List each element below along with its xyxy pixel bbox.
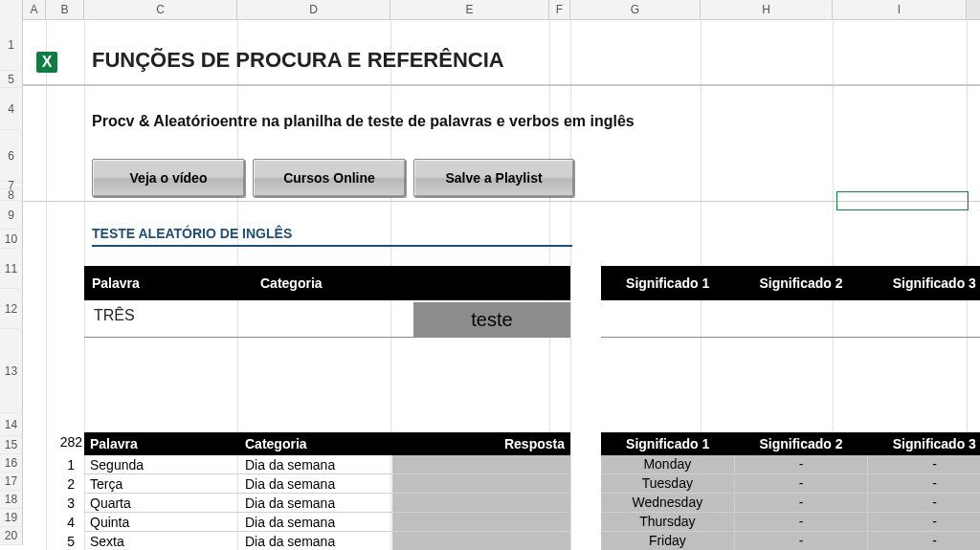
table-row[interactable]: Monday-- (601, 455, 980, 474)
table-row[interactable]: 5SextaDia da semana (84, 532, 570, 550)
divider (23, 201, 980, 202)
col-header-G[interactable]: G (570, 0, 701, 19)
cell-categoria[interactable]: Dia da semana (239, 476, 392, 492)
teste-button[interactable]: teste (413, 302, 570, 337)
page-title: FUNÇÕES DE PROCURA E REFERÊNCIA (92, 48, 504, 73)
hdr-palavra: Palavra (84, 275, 253, 291)
cell-s1[interactable]: Tuesday (601, 474, 735, 493)
cell-s3[interactable]: - (868, 532, 980, 550)
hdr-categoria: Categoria (253, 275, 421, 291)
row-header-11[interactable]: 11 (0, 249, 23, 289)
col-header-B[interactable]: B (46, 0, 84, 19)
cell-categoria[interactable]: Dia da semana (239, 534, 392, 549)
row-number: 2 (57, 476, 80, 492)
excel-x-icon: X (36, 48, 65, 77)
row-header-6[interactable]: 6 (0, 130, 23, 182)
cell-s1[interactable]: Wednesday (601, 494, 735, 512)
cell-s2[interactable]: - (735, 455, 869, 473)
col-header-H[interactable]: H (701, 0, 833, 19)
cell-s2[interactable]: - (735, 494, 869, 512)
row-header-8[interactable]: 8 (0, 189, 23, 201)
row-header-13[interactable]: 13 (0, 329, 23, 413)
test-header-right: Significado 1 Significado 2 Significado … (601, 266, 980, 300)
col-header-I[interactable]: I (833, 0, 967, 19)
cell-palavra[interactable]: Sexta (84, 534, 239, 549)
cell-palavra[interactable]: Segunda (84, 457, 239, 473)
col-header-C[interactable]: C (84, 0, 237, 19)
table-row[interactable]: 4QuintaDia da semana (84, 513, 570, 532)
col-sig3: Significado 3 (868, 436, 980, 451)
cell-s2[interactable]: - (735, 474, 869, 493)
section-title: TESTE ALEATÓRIO DE INGLÊS (92, 226, 292, 241)
cell-categoria[interactable]: Dia da semana (239, 495, 392, 511)
row-header-9[interactable]: 9 (0, 201, 23, 230)
table-row[interactable]: Wednesday-- (601, 494, 980, 513)
row-header-20[interactable]: 20 (0, 527, 23, 545)
divider (84, 337, 570, 338)
hdr-sig2: Significado 2 (734, 275, 867, 291)
video-button[interactable]: Veja o vídeo (92, 159, 245, 197)
cell-resposta[interactable] (392, 474, 570, 493)
table-row[interactable]: 3QuartaDia da semana (84, 494, 570, 513)
cell-palavra[interactable]: Quinta (84, 515, 239, 530)
cell-palavra[interactable]: Terça (84, 476, 239, 492)
cell-s1[interactable]: Monday (601, 455, 735, 473)
col-palavra: Palavra (84, 436, 239, 451)
col-header-A[interactable]: A (23, 0, 46, 19)
cell-resposta[interactable] (392, 513, 570, 531)
hdr-sig1: Significado 1 (601, 275, 734, 291)
row-header-12[interactable]: 12 (0, 289, 23, 329)
col-sig2: Significado 2 (734, 436, 867, 451)
col-header-F[interactable]: F (549, 0, 570, 19)
cell-s3[interactable]: - (868, 455, 980, 473)
row-number: 5 (57, 534, 80, 549)
row-header-15[interactable]: 15 (0, 436, 23, 454)
table-row[interactable]: Friday-- (601, 532, 980, 550)
row-number: 3 (57, 495, 80, 511)
cell-s3[interactable]: - (868, 474, 980, 493)
page-subtitle: Procv & Aleatórioentre na planilha de te… (92, 113, 635, 130)
cell-palavra[interactable]: Quarta (84, 495, 239, 511)
table-header: Significado 1 Significado 2 Significado … (601, 432, 980, 455)
row-header-16[interactable]: 16 (0, 454, 23, 473)
col-header-D[interactable]: D (237, 0, 390, 19)
row-header-14[interactable]: 14 (0, 413, 23, 436)
table-header: Palavra Categoria Resposta (84, 432, 570, 455)
table-row[interactable]: 1SegundaDia da semana (84, 455, 570, 474)
col-resposta: Resposta (406, 436, 570, 451)
col-sig1: Significado 1 (601, 436, 734, 451)
cell-s2[interactable]: - (735, 532, 869, 550)
cell-s3[interactable]: - (868, 494, 980, 512)
cell-categoria[interactable]: Dia da semana (239, 515, 392, 530)
table-row[interactable]: 2TerçaDia da semana (84, 474, 570, 494)
section-underline (92, 245, 572, 247)
row-header-1[interactable]: 1 (0, 19, 23, 71)
cursos-button[interactable]: Cursos Online (253, 159, 406, 197)
cell-s2[interactable]: - (735, 513, 869, 531)
cell-resposta[interactable] (392, 455, 570, 473)
cell-s1[interactable]: Friday (601, 532, 735, 550)
row-header-19[interactable]: 19 (0, 509, 23, 527)
playlist-button[interactable]: Salve a Playlist (413, 159, 574, 197)
svg-text:X: X (42, 54, 53, 70)
col-categoria: Categoria (239, 436, 406, 451)
row-header-4[interactable]: 4 (0, 88, 23, 130)
test-word-value: TRÊS (94, 307, 135, 324)
row-header-5[interactable]: 5 (0, 71, 23, 88)
table-row[interactable]: Tuesday-- (601, 474, 980, 494)
col-header-E[interactable]: E (390, 0, 549, 19)
divider (601, 337, 980, 338)
row-headers[interactable]: 15467891011121314151617181920 (0, 19, 23, 545)
row-header-10[interactable]: 10 (0, 230, 23, 249)
cell-resposta[interactable] (392, 494, 570, 512)
cells-area[interactable]: X FUNÇÕES DE PROCURA E REFERÊNCIA Procv … (23, 19, 980, 550)
row-header-18[interactable]: 18 (0, 491, 23, 509)
words-table: Palavra Categoria Resposta 1SegundaDia d… (84, 432, 570, 550)
cell-s1[interactable]: Thursday (601, 513, 735, 531)
row-header-17[interactable]: 17 (0, 473, 23, 491)
column-headers[interactable]: ABCDEFGHI (0, 0, 980, 20)
cell-categoria[interactable]: Dia da semana (239, 457, 392, 473)
cell-s3[interactable]: - (868, 513, 980, 531)
cell-resposta[interactable] (392, 532, 570, 550)
table-row[interactable]: Thursday-- (601, 513, 980, 532)
